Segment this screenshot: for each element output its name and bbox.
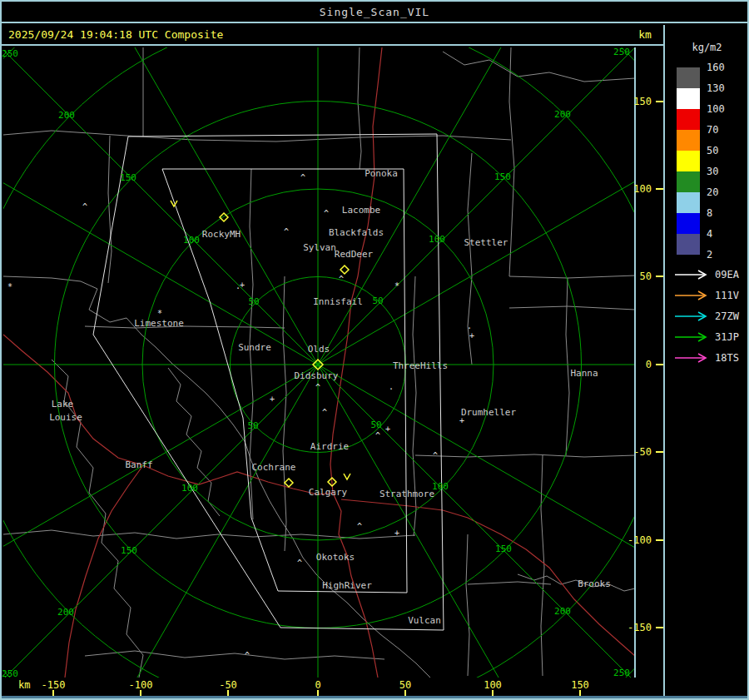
radar-legend-row-09ea: 09EA — [673, 268, 739, 281]
bottom-axis-tick-label: -100 — [120, 679, 161, 691]
county-boundary — [358, 47, 361, 169]
radar-id-label: 111V — [715, 290, 739, 301]
city-label-blackfalds: Blackfalds — [329, 227, 384, 238]
range-ring-label: 100 — [429, 234, 445, 245]
town-marker: ^ — [357, 522, 362, 531]
county-boundary — [468, 582, 551, 584]
city-label-rockymh: RockyMH — [202, 229, 241, 240]
city-label-stettler: Stettler — [464, 237, 508, 248]
county-boundary — [541, 455, 544, 676]
colorbar-swatch — [677, 213, 700, 234]
city-label-sylvan: Sylvan — [303, 242, 336, 253]
city-label-louise: Louise — [49, 412, 82, 423]
range-ring-label: 250 — [613, 668, 630, 678]
colorbar-value-label: 8 — [707, 207, 740, 219]
town-marker: * — [394, 281, 399, 290]
county-boundary — [3, 530, 253, 539]
city-label-reddeer: RedDeer — [335, 249, 374, 260]
colorbar-value-label: 100 — [707, 103, 740, 115]
radar-arrow-icon — [673, 269, 710, 280]
colorbar-value-label: 4 — [707, 228, 740, 240]
bottom-axis-tick-label: 100 — [472, 679, 513, 691]
right-axis-tick-label: -150 — [627, 622, 652, 633]
colorbar-swatch — [677, 130, 700, 151]
city-label-banff: Banff — [125, 459, 152, 470]
right-axis-tick-label: -100 — [627, 534, 652, 546]
town-marker: ^ — [297, 559, 302, 568]
bottom-axis: km -150-100-50050100150 — [2, 678, 663, 696]
city-label-innisfail: Innisfail — [313, 296, 363, 307]
radar-id-label: 27ZW — [715, 310, 739, 322]
town-marker: ^ — [245, 651, 250, 660]
azimuth-spoke — [318, 365, 576, 678]
colorbar-value-label: 160 — [707, 62, 740, 73]
county-boundary — [253, 534, 415, 539]
city-label-lacombe: Lacombe — [342, 205, 380, 216]
colorbar-swatch — [677, 67, 700, 88]
radar-legend-row-18ts: 18TS — [673, 351, 739, 365]
range-ring-label: 200 — [58, 110, 75, 121]
wind-vane-icon — [344, 474, 350, 479]
page-title: Single_Scan_VIL — [320, 6, 429, 18]
range-ring-label: 250 — [613, 47, 630, 57]
city-label-drumheller: Drumheller — [461, 407, 517, 418]
town-marker: ^ — [82, 202, 87, 211]
city-label-sundre: Sundre — [238, 342, 271, 353]
city-label-okotoks: Okotoks — [316, 552, 355, 563]
colorbar-unit-label: kg/m2 — [665, 42, 749, 53]
radar-arrow-icon — [673, 331, 710, 343]
city-label-lake: Lake — [52, 399, 74, 410]
radar-legend-row-27zw: 27ZW — [673, 310, 739, 323]
legend-panel: kg/m2 16013010070503020842 09EA111V27ZW3… — [663, 25, 749, 696]
right-axis-unit: km — [631, 25, 659, 45]
range-ring-label: 100 — [181, 483, 198, 494]
county-boundary — [566, 278, 569, 455]
azimuth-spoke — [60, 47, 318, 365]
right-axis-tick-label: 150 — [633, 96, 652, 107]
colorbar-value-label: 70 — [707, 124, 740, 136]
radar-site-icon[interactable] — [285, 479, 293, 487]
range-ring-label: 150 — [494, 171, 511, 182]
colorbar-swatch — [677, 234, 700, 255]
range-ring-label: 200 — [554, 109, 571, 120]
county-boundary — [509, 47, 514, 276]
city-label-highriver: HighRiver — [322, 580, 372, 591]
city-label-threehills: ThreeHills — [393, 360, 448, 371]
range-ring-label: 50 — [247, 420, 258, 431]
town-marker: ^ — [433, 451, 438, 460]
highway-line — [65, 465, 143, 678]
radar-map-canvas[interactable]: ^^^^^^^^^^^^++++++***···5010015020025050… — [2, 47, 663, 678]
town-marker: · — [467, 324, 472, 333]
town-marker: ^ — [322, 408, 327, 417]
county-boundary — [3, 131, 511, 141]
colorbar-swatch — [677, 109, 700, 130]
county-boundary — [283, 276, 286, 551]
colorbar-value-label: 50 — [707, 145, 740, 156]
county-boundary — [168, 368, 220, 516]
radar-id-label: 31JP — [715, 331, 739, 343]
range-ring-label: 200 — [57, 607, 74, 618]
colorbar-swatch — [677, 171, 700, 192]
bottom-axis-tick-label: 50 — [384, 679, 426, 691]
radar-map-svg: ^^^^^^^^^^^^++++++***···5010015020025050… — [2, 47, 663, 678]
range-ring-label: 100 — [183, 235, 200, 246]
bottom-axis-tick — [317, 690, 319, 696]
bottom-axis-tick-label: -150 — [32, 679, 74, 691]
radar-arrow-icon — [673, 352, 710, 364]
radar-site-icon[interactable] — [340, 266, 349, 274]
town-marker: ^ — [375, 431, 380, 440]
right-axis-tick-label: 0 — [646, 359, 652, 370]
range-ring-label: 250 — [2, 48, 18, 59]
city-label-cochrane: Cochrane — [252, 462, 296, 473]
city-label-olds: Olds — [308, 344, 330, 355]
bottom-axis-tick-label: 0 — [297, 679, 339, 691]
town-marker: ^ — [339, 275, 344, 284]
right-axis-tick-label: 100 — [633, 183, 652, 195]
town-marker: ^ — [284, 227, 289, 236]
range-ring-label: 150 — [495, 544, 512, 554]
town-marker: ^ — [324, 209, 329, 218]
city-label-strathmore: Strathmore — [379, 489, 434, 499]
city-label-vulcan: Vulcan — [408, 615, 441, 626]
radar-arrow-icon — [673, 310, 710, 322]
city-label-calgary: Calgary — [309, 487, 348, 498]
